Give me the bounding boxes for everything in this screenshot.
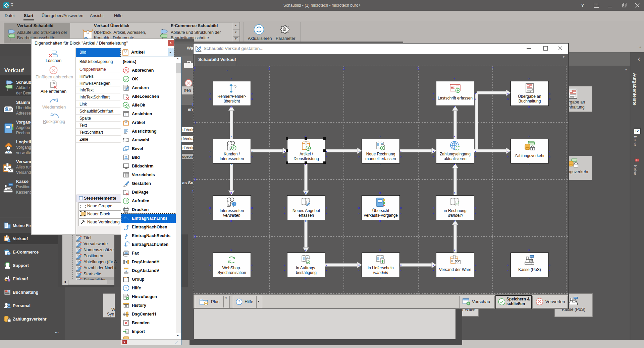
svg-text:i: i [233,203,234,206]
svg-text:?: ? [125,286,127,290]
svg-text:?: ? [233,84,236,91]
svg-text:xyz: xyz [124,276,127,278]
svg-text:?: ? [238,300,240,304]
